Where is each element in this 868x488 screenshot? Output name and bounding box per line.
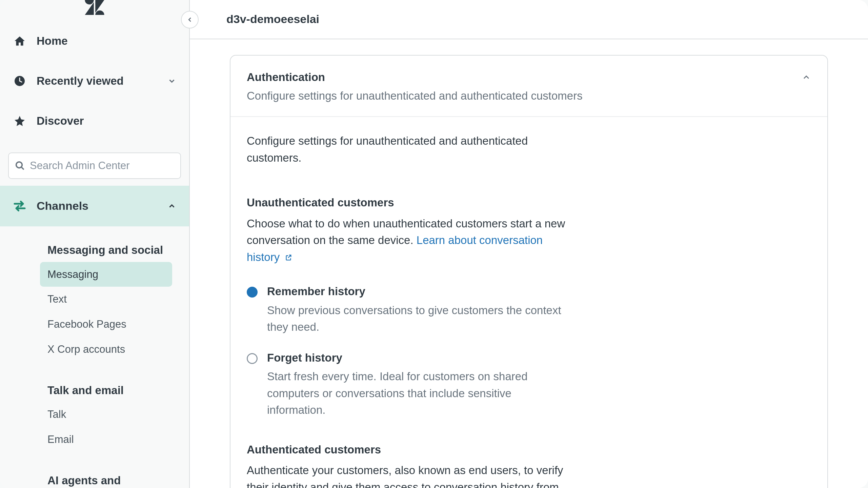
section-auth-desc: Authenticate your customers, also known … <box>247 462 567 488</box>
workspace-name: d3v-demoeeselai <box>226 12 319 27</box>
nav-home-label: Home <box>37 34 68 49</box>
nav-discover-label: Discover <box>37 114 84 129</box>
content: Authentication Configure settings for un… <box>190 39 868 488</box>
radio-forget-history[interactable]: Forget history Start fresh every time. I… <box>247 350 567 419</box>
chevron-up-icon <box>802 73 811 82</box>
nav-home[interactable]: Home <box>0 21 189 61</box>
radio-forget-label: Forget history <box>267 350 567 366</box>
nav-recently-viewed-label: Recently viewed <box>37 74 124 89</box>
section-unauth-heading: Unauthenticated customers <box>247 195 567 210</box>
logo[interactable] <box>0 0 189 15</box>
subnav: Messaging and social Messaging Text Face… <box>0 226 189 488</box>
nav-section-channels: Channels Messaging and social Messaging … <box>0 186 189 488</box>
radio-remember-texts: Remember history Show previous conversat… <box>267 284 567 336</box>
subnav-item-messaging[interactable]: Messaging <box>40 262 172 287</box>
chevron-down-icon <box>167 77 176 85</box>
nav-recently-viewed[interactable]: Recently viewed <box>0 61 189 101</box>
zendesk-logo-icon <box>85 0 104 15</box>
chevron-left-icon <box>186 16 194 23</box>
primary-nav: Home Recently viewed Discover <box>0 15 189 141</box>
sidebar: Home Recently viewed Discover <box>0 0 190 488</box>
subnav-item-email[interactable]: Email <box>40 427 172 452</box>
star-icon <box>13 114 26 128</box>
card-subtitle: Configure settings for unauthenticated a… <box>247 88 791 104</box>
search-icon <box>15 161 25 171</box>
card-body: Configure settings for unauthenticated a… <box>230 117 583 488</box>
card-authentication: Authentication Configure settings for un… <box>230 55 828 488</box>
subnav-group-messaging-social: Messaging and social Messaging Text Face… <box>47 239 189 362</box>
app-root: Home Recently viewed Discover <box>0 0 868 488</box>
radio-group-unauth: Remember history Show previous conversat… <box>247 284 567 419</box>
card-header[interactable]: Authentication Configure settings for un… <box>230 56 827 117</box>
card-intro: Configure settings for unauthenticated a… <box>247 133 567 166</box>
clock-icon <box>13 74 26 88</box>
nav-discover[interactable]: Discover <box>0 101 189 141</box>
radio-forget-desc: Start fresh every time. Ideal for custom… <box>267 368 567 419</box>
main: d3v-demoeeselai Authentication Configure… <box>190 0 868 488</box>
nav-section-channels-header[interactable]: Channels <box>0 186 189 226</box>
chevron-up-icon <box>167 202 176 210</box>
subnav-heading-messaging-social: Messaging and social <box>47 239 189 262</box>
section-auth-heading: Authenticated customers <box>247 442 567 458</box>
section-auth-desc-text: Authenticate your customers, also known … <box>247 464 563 488</box>
section-unauth-desc: Choose what to do when unauthenticated c… <box>247 215 567 266</box>
radio-remember-history[interactable]: Remember history Show previous conversat… <box>247 284 567 336</box>
subnav-item-talk[interactable]: Talk <box>40 402 172 427</box>
search-input[interactable] <box>30 160 174 172</box>
collapse-sidebar-button[interactable] <box>181 11 199 28</box>
subnav-group-ai-agents: AI agents and <box>47 469 189 488</box>
radio-remember-label: Remember history <box>267 284 567 299</box>
home-icon <box>13 34 26 48</box>
subnav-item-facebook-pages[interactable]: Facebook Pages <box>40 312 172 337</box>
topbar: d3v-demoeeselai <box>190 0 868 39</box>
svg-point-1 <box>16 162 22 168</box>
subnav-item-text[interactable]: Text <box>40 287 172 312</box>
channels-arrows-icon <box>13 199 26 213</box>
search-wrap <box>0 152 189 179</box>
card-titles: Authentication Configure settings for un… <box>247 70 791 103</box>
subnav-item-x-corp[interactable]: X Corp accounts <box>40 337 172 362</box>
card-title: Authentication <box>247 70 791 85</box>
subnav-heading-ai-agents: AI agents and <box>47 469 189 488</box>
subnav-group-talk-email: Talk and email Talk Email <box>47 379 189 452</box>
nav-section-channels-label: Channels <box>37 198 88 214</box>
radio-input-forget[interactable] <box>247 353 258 364</box>
radio-remember-desc: Show previous conversations to give cust… <box>267 302 567 336</box>
external-link-icon <box>285 251 292 264</box>
radio-forget-texts: Forget history Start fresh every time. I… <box>267 350 567 419</box>
subnav-heading-talk-email: Talk and email <box>47 379 189 402</box>
radio-input-remember[interactable] <box>247 287 258 298</box>
search-box[interactable] <box>8 152 181 179</box>
